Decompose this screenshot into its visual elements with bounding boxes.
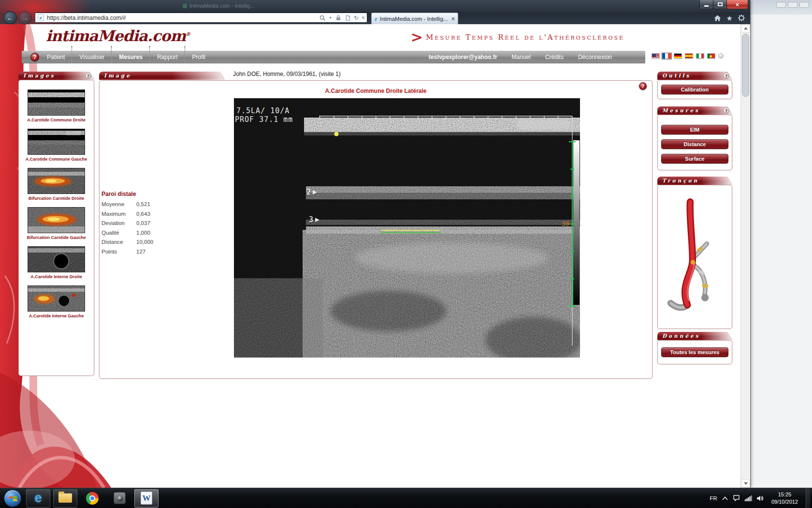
maximize-button[interactable] — [713, 0, 727, 9]
thumbnail-image — [28, 168, 85, 194]
tools-panel: Calibration — [657, 80, 732, 99]
bg-maximize-icon — [788, 2, 798, 8]
stat-row-points: Points 127 — [102, 249, 164, 254]
action-center-icon[interactable] — [733, 495, 740, 501]
scroll-down-icon[interactable] — [741, 479, 750, 488]
back-button[interactable]: ← — [3, 11, 17, 24]
thumbnail-image — [28, 246, 85, 272]
vertical-scrollbar[interactable] — [740, 24, 750, 488]
nav-item-mesures[interactable]: Mesures — [119, 54, 143, 60]
stat-row-moyenne: Moyenne 0,521 — [102, 201, 164, 207]
images-panel-header: Images ? — [18, 72, 94, 80]
eim-button[interactable]: EIM — [661, 125, 728, 134]
favorites-icon[interactable]: ★ — [726, 15, 733, 22]
thumbnail-carotide-interne-gauche[interactable]: A.Carotide Interne Gauche — [23, 285, 90, 318]
nav-help-icon[interactable]: ? — [30, 53, 39, 61]
page-favicon-icon: e — [38, 14, 44, 21]
language-indicator[interactable]: FR — [710, 495, 717, 501]
image-help-icon[interactable]: ? — [639, 82, 647, 90]
depth-annotation: PROF 37.1 mm — [235, 115, 293, 124]
flag-us-icon[interactable] — [652, 53, 660, 59]
carotid-segment-diagram[interactable] — [666, 191, 724, 324]
web-page: intimaMedia.com® > Mesure Temps Réel de … — [0, 24, 740, 488]
site-logo[interactable]: intimaMedia.com® — [46, 27, 190, 45]
marker-3-label: 3 — [309, 215, 313, 224]
measures-panel: EIM Distance Surface — [657, 115, 732, 170]
nav-item-profil[interactable]: Profil — [192, 54, 205, 60]
language-other-icon[interactable] — [718, 53, 724, 59]
flag-fr-icon[interactable] — [662, 53, 672, 60]
registered-mark: ® — [186, 31, 190, 37]
taskbar-explorer-icon[interactable] — [53, 489, 77, 508]
thumbnail-image — [28, 207, 85, 233]
taskbar-ie-icon[interactable]: e — [26, 489, 50, 508]
surface-button[interactable]: Surface — [661, 154, 728, 164]
stat-row-distance: Distance 10,000 — [102, 239, 164, 245]
images-help-icon[interactable]: ? — [85, 73, 91, 79]
show-desktop-button[interactable] — [806, 488, 810, 508]
browser-chrome: IntimaMedia.com - Intellig... × ← → e ht… — [0, 0, 750, 24]
tab-title: IntimaMedia.com - Intellig... — [380, 16, 450, 22]
tools-help-icon[interactable]: ? — [723, 73, 729, 79]
window-title: IntimaMedia.com - Intellig... — [189, 3, 255, 9]
thumbnail-image — [28, 285, 85, 312]
tab-close-icon[interactable]: × — [451, 15, 455, 22]
ultrasound-image[interactable]: 30 7.5LA/ 10/A PROF 37.1 mm 2 3 — [234, 98, 580, 358]
network-icon[interactable] — [745, 495, 752, 501]
nav-link-deconnexion[interactable]: Déconnexion — [578, 54, 612, 60]
compatibility-view-icon[interactable] — [345, 15, 351, 21]
measures-panel-header: Mesures ? — [657, 106, 732, 115]
tab-favicon-icon: e — [375, 15, 377, 23]
nav-link-credits[interactable]: Crédits — [545, 54, 564, 60]
close-button[interactable]: × — [726, 0, 748, 9]
main-navigation: ? Patient Visualiser Mesures Rapport Pro… — [22, 51, 645, 63]
flag-it-icon[interactable] — [696, 53, 704, 59]
system-tray: FR 15:25 09/10/2012 — [710, 488, 812, 508]
thumbnail-bifurcation-droite[interactable]: Bifurcation Carotide Droite — [23, 168, 90, 201]
nav-link-manuel[interactable]: Manuel — [512, 54, 531, 60]
site-slogan: > Mesure Temps Réel de l'Athérosclérose — [411, 30, 624, 45]
scrollbar-thumb[interactable] — [742, 34, 749, 97]
forward-button[interactable]: → — [18, 11, 32, 24]
depth-scale-label: 30 — [562, 220, 569, 227]
nav-item-visualiser[interactable]: Visualiser — [79, 54, 104, 60]
thumbnail-carotide-interne-droite[interactable]: A.Carotide Interne Droite — [23, 246, 90, 279]
distance-button[interactable]: Distance — [661, 139, 728, 149]
address-dropdown-icon[interactable]: ▼ — [329, 16, 332, 19]
seed-point-marker[interactable] — [334, 132, 339, 136]
minimize-button[interactable] — [699, 0, 713, 9]
nav-item-patient[interactable]: Patient — [47, 54, 65, 60]
flag-pt-icon[interactable] — [707, 53, 715, 59]
taskbar-word-icon[interactable]: W — [134, 489, 159, 508]
clock[interactable]: 15:25 09/10/2012 — [768, 491, 801, 506]
refresh-icon[interactable]: ↻ — [354, 15, 359, 21]
all-measures-button[interactable]: Toutes les mesures — [661, 347, 728, 357]
stop-icon[interactable]: × — [362, 15, 365, 21]
url-text[interactable]: https://beta.intimamedia.com/# — [47, 15, 319, 21]
grayscale-bar — [573, 140, 580, 305]
thumbnail-carotide-commune-gauche[interactable]: A.Carotide Commune Gauche — [23, 129, 90, 162]
settings-gear-icon[interactable] — [738, 14, 745, 22]
measures-help-icon[interactable]: ? — [723, 107, 729, 114]
taskbar-chrome-icon[interactable] — [80, 489, 104, 508]
address-bar[interactable]: e https://beta.intimamedia.com/# ▼ — [35, 13, 367, 23]
thumbnail-bifurcation-gauche[interactable]: Bifurcation Carotide Gauche — [23, 207, 90, 240]
user-email[interactable]: testvpexplorer@yahoo.fr — [429, 54, 497, 60]
tray-expand-icon[interactable] — [722, 496, 728, 500]
slogan-chevron-icon: > — [411, 30, 423, 45]
calibration-button[interactable]: Calibration — [661, 85, 728, 94]
probe-annotation: 7.5LA/ 10/A — [236, 106, 290, 115]
taskbar-app-icon[interactable] — [107, 489, 131, 508]
background-window[interactable] — [750, 0, 812, 488]
home-icon[interactable] — [713, 15, 722, 22]
flag-es-icon[interactable] — [685, 53, 693, 59]
scroll-up-icon[interactable] — [741, 24, 750, 32]
volume-icon[interactable] — [757, 495, 764, 501]
tools-panel-header: Outils ? — [657, 72, 732, 80]
flag-de-icon[interactable] — [674, 53, 682, 59]
thumbnail-carotide-commune-droite[interactable]: A.Carotide Commune Droite — [23, 90, 90, 122]
nav-item-rapport[interactable]: Rapport — [157, 54, 178, 60]
start-button[interactable] — [4, 490, 21, 507]
search-icon[interactable] — [319, 15, 326, 21]
browser-tab[interactable]: e IntimaMedia.com - Intellig... × — [371, 13, 458, 24]
